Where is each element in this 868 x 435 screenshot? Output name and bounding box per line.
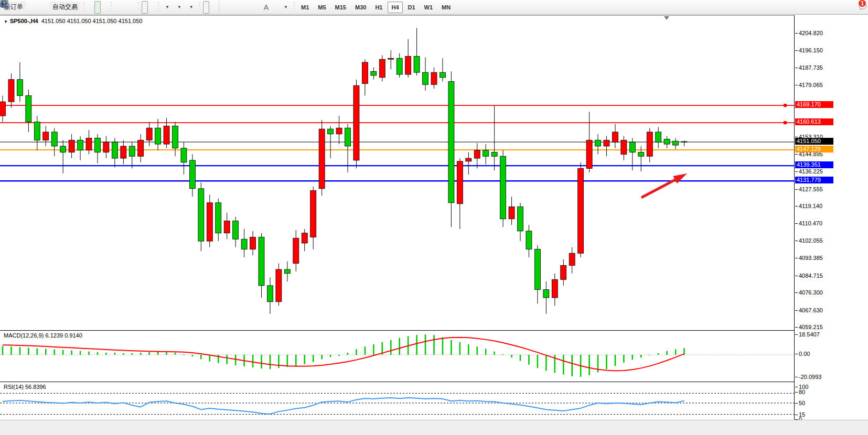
candle-body	[543, 290, 549, 298]
bar-chart-type-button[interactable]	[87, 1, 93, 14]
arrows-tool-button[interactable]: ▼	[280, 1, 291, 14]
price-tick-label: 4059.215	[799, 324, 823, 330]
toolbar-separator	[199, 2, 201, 13]
label-tool-button[interactable]: T	[273, 1, 279, 14]
candle-body	[146, 128, 152, 140]
toolbar-separator	[219, 2, 222, 13]
depth-of-market-icon[interactable]	[35, 1, 41, 14]
timeframe-h4-button[interactable]: H4	[388, 2, 402, 13]
candle-body	[518, 207, 523, 231]
candle-body	[491, 152, 497, 156]
rsi-axis-80: 80	[799, 389, 805, 395]
chart-shift-marker[interactable]	[664, 16, 669, 20]
auto-scroll-button[interactable]	[142, 1, 148, 14]
candle-body	[267, 286, 273, 302]
trading-app-window: 新订单 自动交易	[0, 0, 868, 435]
candle-body	[233, 221, 239, 240]
candle-body	[509, 207, 515, 219]
candle-body	[483, 150, 489, 157]
candle-body	[173, 126, 178, 148]
candle-body	[216, 203, 221, 233]
add-indicator-button[interactable]: ▼	[162, 1, 173, 14]
price-level-chip: 4151.050	[795, 138, 833, 145]
chevron-down-icon[interactable]: ▼	[4, 19, 8, 24]
timeframe-w1-button[interactable]: W1	[421, 2, 437, 13]
rsi-chart	[0, 382, 794, 423]
chart-symbol-label: SP500-,H4	[10, 18, 38, 24]
timeframe-m15-button[interactable]: M15	[331, 2, 350, 13]
candlestick-chart-type-button[interactable]	[94, 1, 101, 14]
dropdown-arrow-icon: ▼	[189, 5, 194, 9]
candle-body	[423, 72, 428, 84]
channel-tool-button[interactable]: E	[246, 1, 252, 14]
notifications-button[interactable]: 1	[858, 1, 864, 14]
candle-body	[26, 96, 31, 122]
crosshair-tool-button[interactable]	[210, 1, 217, 14]
candle-body	[629, 142, 635, 152]
macd-signal-line	[3, 338, 684, 371]
annotation-arrow-head[interactable]	[673, 173, 687, 183]
auto-trading-button[interactable]: 自动交易	[49, 2, 81, 13]
candle-body	[552, 279, 558, 298]
candle-body	[293, 238, 299, 263]
zoom-in-button[interactable]	[114, 1, 121, 14]
vertical-line-tool-button[interactable]	[224, 1, 230, 14]
zoom-out-button[interactable]	[122, 1, 128, 14]
chart-shift-button[interactable]	[149, 1, 155, 14]
chart-ohlc-values: 4151.050 4151.050 4151.050 4151.050	[41, 18, 143, 24]
price-level-chip: 4131.779	[795, 177, 833, 183]
candle-body	[448, 82, 454, 203]
candle-body	[8, 80, 14, 102]
level-line-handle[interactable]	[784, 121, 787, 124]
candle-body	[569, 253, 575, 265]
timeframe-m5-button[interactable]: M5	[314, 2, 329, 13]
candle-body	[379, 59, 385, 78]
price-tick-label: 4102.055	[799, 237, 823, 244]
market-watch-icon[interactable]	[27, 1, 34, 14]
template-button[interactable]: ▼	[186, 1, 197, 14]
period-button[interactable]: ▼	[174, 1, 185, 14]
main-toolbar: 新订单 自动交易	[0, 0, 868, 15]
level-line-handle[interactable]	[784, 104, 787, 107]
candle-body	[129, 146, 135, 156]
price-level-chip: 4147.129	[795, 146, 833, 153]
timeframe-h1-button[interactable]: H1	[371, 2, 386, 13]
dropdown-arrow-icon: ▼	[165, 5, 169, 9]
rsi-pane[interactable]: RSI(14) 56.8396	[0, 382, 794, 424]
candle-body	[43, 132, 49, 140]
candle-body	[362, 62, 368, 83]
candle-body	[94, 138, 100, 152]
text-tool-button[interactable]: A	[261, 1, 272, 14]
candle-body	[345, 128, 351, 146]
price-tick-label: 4110.470	[799, 220, 822, 226]
candle-body	[586, 140, 592, 168]
price-chart-pane[interactable]: ▼SP500-,H44151.050 4151.050 4151.050 415…	[0, 15, 794, 330]
price-level-chip: 4139.351	[795, 161, 833, 168]
horizontal-line-tool-button[interactable]	[231, 1, 238, 14]
timeframe-mn-button[interactable]: MN	[438, 2, 454, 13]
price-tick-label: 4196.150	[799, 47, 823, 53]
fibonacci-tool-button[interactable]: F	[253, 1, 260, 14]
text-A-icon: A	[264, 4, 269, 11]
candle-body	[241, 239, 247, 249]
timeframe-m30-button[interactable]: M30	[351, 2, 370, 13]
timeframe-m1-button[interactable]: M1	[297, 2, 313, 13]
connection-icon[interactable]	[42, 1, 48, 14]
candle-body	[673, 141, 679, 145]
price-axis[interactable]: 4204.8204196.1504187.7354179.0654153.310…	[794, 15, 868, 423]
rsi-axis-50: 50	[799, 400, 805, 406]
trendline-tool-button[interactable]	[239, 1, 245, 14]
tile-windows-button[interactable]	[129, 1, 135, 14]
candle-body	[397, 58, 402, 74]
candle-body	[69, 140, 74, 152]
candle-body	[0, 102, 6, 116]
candle-body	[328, 129, 334, 134]
candle-body	[457, 161, 463, 204]
line-chart-type-button[interactable]	[102, 1, 108, 14]
cursor-tool-button[interactable]	[203, 1, 209, 14]
macd-pane[interactable]: MACD(12,26,9) 6.1239 0.9140	[0, 330, 794, 382]
candle-body	[638, 152, 644, 156]
timeframe-d1-button[interactable]: D1	[404, 2, 419, 13]
candle-body	[431, 72, 437, 84]
search-button[interactable]	[850, 1, 856, 14]
